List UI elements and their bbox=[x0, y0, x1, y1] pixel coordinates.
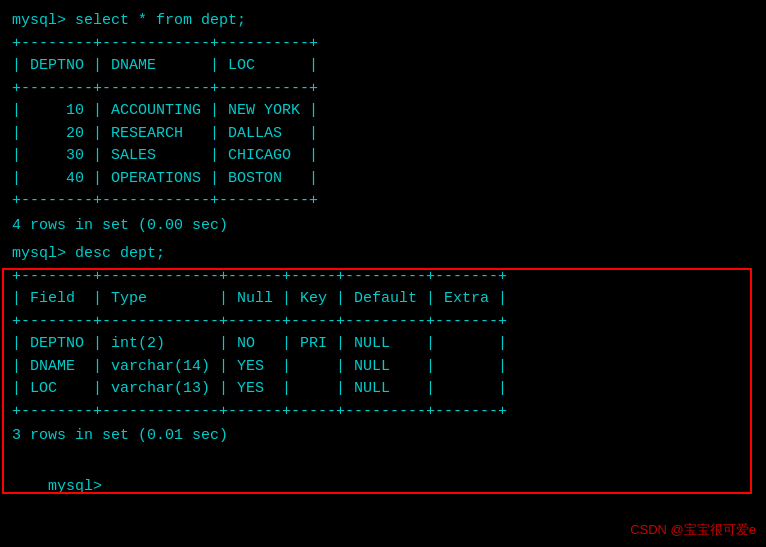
query1-row-4: | 40 | OPERATIONS | BOSTON | bbox=[12, 168, 754, 191]
query1-divider-top: +--------+------------+----------+ bbox=[12, 33, 754, 56]
query2-row-3: | LOC | varchar(13) | YES | | NULL | | bbox=[12, 378, 754, 401]
query2-row-1: | DEPTNO | int(2) | NO | PRI | NULL | | bbox=[12, 333, 754, 356]
query2-divider-mid: +--------+-------------+------+-----+---… bbox=[12, 311, 754, 334]
query1-header: | DEPTNO | DNAME | LOC | bbox=[12, 55, 754, 78]
query1-row-3: | 30 | SALES | CHICAGO | bbox=[12, 145, 754, 168]
query1-prompt: mysql> select * from dept; bbox=[12, 10, 754, 33]
query2-row-2: | DNAME | varchar(14) | YES | | NULL | | bbox=[12, 356, 754, 379]
query2-prompt: mysql> desc dept; bbox=[12, 243, 754, 266]
query2-header: | Field | Type | Null | Key | Default | … bbox=[12, 288, 754, 311]
query1-divider-bot: +--------+------------+----------+ bbox=[12, 190, 754, 213]
query2-divider-bot: +--------+-------------+------+-----+---… bbox=[12, 401, 754, 424]
query1-row-2: | 20 | RESEARCH | DALLAS | bbox=[12, 123, 754, 146]
query2-divider-top: +--------+-------------+------+-----+---… bbox=[12, 266, 754, 289]
query1-row-1: | 10 | ACCOUNTING | NEW YORK | bbox=[12, 100, 754, 123]
query2-rowcount: 3 rows in set (0.01 sec) bbox=[12, 425, 754, 448]
query1-divider-mid: +--------+------------+----------+ bbox=[12, 78, 754, 101]
terminal-window: mysql> select * from dept; +--------+---… bbox=[0, 0, 766, 547]
section1: mysql> select * from dept; +--------+---… bbox=[12, 10, 754, 237]
next-prompt: mysql> bbox=[12, 454, 754, 522]
section2: mysql> desc dept; +--------+------------… bbox=[12, 243, 754, 448]
watermark: CSDN @宝宝很可爱e bbox=[630, 521, 756, 539]
query1-rowcount: 4 rows in set (0.00 sec) bbox=[12, 215, 754, 238]
